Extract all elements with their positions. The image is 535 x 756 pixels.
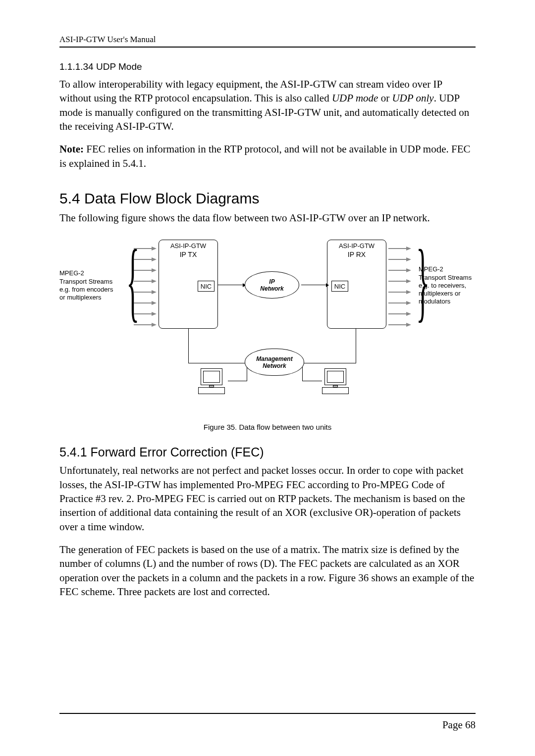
line — [228, 381, 247, 381]
stream-arrow-icon — [134, 279, 157, 283]
line — [302, 367, 303, 381]
tx-title: ASI-IP-GTW — [159, 242, 217, 250]
heading-fec: 5.4.1 Forward Error Correction (FEC) — [59, 445, 476, 459]
udp-paragraph-1: To allow interoperability with legacy eq… — [59, 77, 476, 133]
flow-paragraph: The following figure shows the data flow… — [59, 211, 476, 225]
nic-box-tx: NIC — [198, 281, 214, 292]
heading-data-flow: 5.4 Data Flow Block Diagrams — [59, 190, 476, 207]
stream-arrow-icon — [388, 301, 411, 305]
stream-arrow-icon — [388, 312, 411, 316]
rx-box: ASI-IP-GTW IP RX NIC — [327, 240, 386, 329]
udp-note: Note: FEC relies on information in the R… — [59, 142, 476, 170]
line — [302, 381, 322, 381]
left-streams-label: MPEG-2 Transport Streams e.g. from encod… — [59, 269, 119, 302]
heading-udp-mode: 1.1.1.34 UDP Mode — [59, 61, 476, 72]
footer-divider — [59, 713, 476, 714]
rx-title: ASI-IP-GTW — [327, 242, 386, 250]
arrow-icon — [301, 285, 326, 285]
line — [304, 363, 356, 363]
stream-arrow-icon — [388, 257, 411, 261]
ip-network-cloud: IP Network — [245, 271, 299, 299]
line — [247, 367, 247, 381]
stream-arrow-icon — [134, 268, 157, 272]
stream-arrow-icon — [388, 268, 411, 272]
stream-arrow-icon — [388, 247, 411, 251]
nic-box-rx: NIC — [331, 281, 348, 292]
arrow-icon — [218, 285, 243, 285]
stream-arrow-icon — [134, 290, 157, 294]
computer-icon — [322, 368, 352, 398]
page-number: Page 68 — [442, 719, 476, 731]
page-header: ASI-IP-GTW User's Manual — [59, 35, 476, 48]
text: or — [378, 92, 392, 104]
note-text: FEC relies on information in the RTP pro… — [59, 143, 470, 169]
note-label: Note: — [59, 143, 84, 155]
text-italic: UDP only — [392, 92, 433, 104]
tx-subtitle: IP TX — [159, 251, 217, 258]
fec-paragraph-2: The generation of FEC packets is based o… — [59, 543, 476, 599]
fec-paragraph-1: Unfortunately, real networks are not per… — [59, 463, 476, 534]
management-network-cloud: Management Network — [245, 349, 304, 376]
text-italic: UDP mode — [332, 92, 378, 104]
rx-subtitle: IP RX — [327, 251, 386, 258]
stream-arrow-icon — [134, 312, 157, 316]
line — [188, 363, 245, 363]
figure-caption: Figure 35. Data flow between two units — [59, 423, 476, 431]
line — [188, 329, 189, 363]
data-flow-diagram: MPEG-2 Transport Streams e.g. from encod… — [59, 235, 476, 408]
stream-arrow-icon — [388, 323, 411, 327]
right-streams-label: MPEG-2 Transport Streams e.g. to receive… — [419, 265, 483, 305]
stream-arrow-icon — [134, 247, 157, 251]
tx-box: ASI-IP-GTW IP TX NIC — [159, 240, 218, 329]
stream-arrow-icon — [388, 279, 411, 283]
stream-arrow-icon — [134, 323, 157, 327]
line — [356, 329, 356, 363]
stream-arrow-icon — [388, 290, 411, 294]
header-title: ASI-IP-GTW User's Manual — [59, 35, 156, 44]
computer-icon — [198, 368, 228, 398]
stream-arrow-icon — [134, 301, 157, 305]
stream-arrow-icon — [134, 257, 157, 261]
